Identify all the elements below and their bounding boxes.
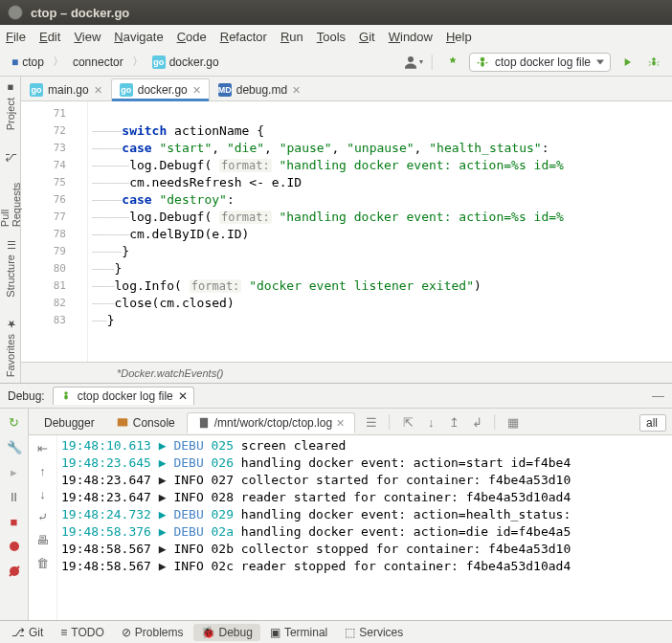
crumb-connector[interactable]: connector: [69, 54, 127, 71]
breakpoints-icon[interactable]: [5, 537, 24, 556]
bottom-git[interactable]: ⎇Git: [4, 624, 51, 641]
pause-icon[interactable]: ⏸: [5, 487, 24, 506]
clear-icon[interactable]: 🗑: [34, 554, 52, 571]
stop-icon[interactable]: ■: [5, 512, 24, 531]
code-line[interactable]: ———log.Info( format: "docker event liste…: [92, 277, 672, 295]
code-line[interactable]: ————case "destroy":: [92, 191, 672, 209]
scroll-up-icon[interactable]: ⇱: [399, 414, 416, 432]
resume-icon[interactable]: ▸: [5, 462, 24, 481]
menu-run[interactable]: Run: [280, 30, 303, 44]
app-icon: [8, 5, 23, 20]
log-line[interactable]: 19:48:23.647 ▶ INFO 027 collector starte…: [61, 472, 668, 489]
settings-icon[interactable]: 🔧: [5, 437, 24, 456]
tab-console[interactable]: Console: [106, 413, 185, 432]
debug-panel: Debug: ctop docker log file ✕ — ↻ 🔧 ▸ ⏸ …: [0, 383, 672, 620]
log-filter[interactable]: all: [639, 414, 666, 432]
code-line[interactable]: ————}: [92, 243, 672, 260]
menu-help[interactable]: Help: [446, 30, 472, 44]
export-icon[interactable]: ↥: [445, 414, 462, 432]
bottom-terminal[interactable]: ▣Terminal: [262, 624, 335, 641]
debug-button[interactable]: [643, 52, 664, 73]
menu-code[interactable]: Code: [177, 30, 207, 44]
log-line[interactable]: 19:48:23.647 ▶ INFO 028 reader started f…: [61, 489, 668, 506]
code-line[interactable]: ———}: [92, 260, 672, 277]
svg-point-5: [652, 57, 656, 61]
rail-favorites[interactable]: Favorites ★: [4, 312, 16, 383]
menu-navigate[interactable]: Navigate: [114, 30, 163, 44]
menu-tools[interactable]: Tools: [317, 30, 346, 44]
chevron-icon: 〉: [129, 54, 146, 70]
hide-panel-icon[interactable]: —: [652, 388, 664, 403]
rerun-icon[interactable]: ↻: [5, 412, 24, 432]
tab-debug-md[interactable]: MDdebug.md✕: [210, 78, 309, 100]
mute-bp-icon[interactable]: [5, 562, 24, 581]
log-line[interactable]: 19:48:23.645 ▶ DEBU 026 handling docker …: [61, 455, 668, 472]
wrap-icon[interactable]: ↲: [468, 414, 485, 432]
menu-view[interactable]: View: [74, 30, 101, 44]
bottom-debug[interactable]: 🐞Debug: [193, 624, 260, 641]
close-icon[interactable]: ✕: [336, 417, 345, 430]
menu-git[interactable]: Git: [359, 30, 375, 44]
rail-project[interactable]: Project ■: [5, 77, 16, 136]
gutter: 71727374757677787980818283: [21, 101, 88, 362]
menubar: FileEditViewNavigateCodeRefactorRunTools…: [0, 25, 672, 48]
line-number: 73: [21, 140, 81, 157]
run-button[interactable]: [616, 52, 638, 73]
code-line[interactable]: ————switch actionName {: [92, 122, 672, 140]
menu-window[interactable]: Window: [389, 30, 433, 44]
crumb-docker-go[interactable]: go docker.go: [148, 54, 223, 71]
code-line[interactable]: —————cm.delByID(e.ID): [92, 226, 672, 243]
code-line[interactable]: ——}: [92, 312, 672, 329]
line-number: 75: [21, 174, 81, 191]
tab-main-go[interactable]: gomain.go✕: [21, 78, 111, 100]
code-area[interactable]: 71727374757677787980818283 ————switch ac…: [21, 101, 672, 362]
code-line[interactable]: [92, 105, 672, 122]
code-line[interactable]: —————cm.needsRefresh <- e.ID: [92, 174, 672, 191]
menu-file[interactable]: File: [6, 30, 26, 44]
debug-session-tab[interactable]: ctop docker log file ✕: [53, 387, 194, 405]
prev-icon[interactable]: ↑: [34, 462, 52, 479]
bottom-problems[interactable]: ⊘Problems: [114, 624, 191, 641]
bottom-services[interactable]: ⬚Services: [337, 624, 411, 641]
scroll-down-icon[interactable]: ↓: [422, 414, 439, 432]
tab-debugger[interactable]: Debugger: [34, 413, 104, 432]
menu-refactor[interactable]: Refactor: [220, 30, 267, 44]
close-icon[interactable]: ✕: [94, 84, 102, 97]
rail-structure[interactable]: Structure ☰: [4, 233, 16, 303]
code-line[interactable]: ———close(cm.closed): [92, 295, 672, 312]
tab-log-file[interactable]: /mnt/work/ctop/ctop.log ✕: [187, 412, 355, 433]
layout-icon[interactable]: ☰: [363, 414, 380, 432]
wrap-icon[interactable]: ⤶: [34, 508, 52, 525]
log-line[interactable]: 19:48:10.613 ▶ DEBU 025 screen cleared: [61, 437, 668, 455]
svg-line-8: [658, 61, 660, 62]
svg-rect-13: [117, 418, 127, 426]
list-icon: ≡: [60, 626, 67, 639]
code[interactable]: ————switch actionName {————case "start",…: [88, 101, 672, 362]
editor-breadcrumb[interactable]: *Docker.watchEvents(): [21, 362, 672, 383]
menu-edit[interactable]: Edit: [39, 30, 60, 44]
grid-icon[interactable]: ▦: [504, 414, 522, 432]
code-line[interactable]: —————log.Debugf( format: "handling docke…: [92, 209, 672, 226]
code-line[interactable]: ————case "start", "die", "pause", "unpau…: [92, 140, 672, 157]
close-icon[interactable]: ✕: [192, 84, 201, 97]
build-icon[interactable]: [442, 52, 463, 73]
close-icon[interactable]: ✕: [178, 389, 188, 403]
log-line[interactable]: 19:48:58.567 ▶ INFO 02b collector stoppe…: [61, 541, 668, 558]
log-line[interactable]: 19:48:24.732 ▶ DEBU 029 handling docker …: [61, 506, 668, 523]
bottom-todo[interactable]: ≡TODO: [53, 624, 111, 641]
rail-pull-requests[interactable]: Pull Requests ⎇: [0, 145, 22, 233]
user-icon[interactable]: ▾: [402, 52, 423, 73]
run-config-selector[interactable]: ctop docker log file: [469, 53, 611, 72]
log-output[interactable]: 19:48:10.613 ▶ DEBU 025 screen cleared19…: [57, 435, 672, 620]
next-icon[interactable]: ↓: [34, 485, 52, 502]
close-icon[interactable]: ✕: [292, 84, 301, 97]
svg-point-11: [64, 391, 68, 395]
crumb-ctop[interactable]: ■ ctop: [8, 54, 48, 71]
code-line[interactable]: —————log.Debugf( format: "handling docke…: [92, 157, 672, 174]
print-icon[interactable]: 🖶: [34, 531, 52, 548]
tab-docker-go[interactable]: godocker.go✕: [111, 78, 210, 100]
log-line[interactable]: 19:48:58.567 ▶ INFO 02c reader stopped f…: [61, 558, 668, 575]
line-number: 77: [21, 209, 81, 226]
log-line[interactable]: 19:48:58.376 ▶ DEBU 02a handling docker …: [61, 523, 668, 541]
first-icon[interactable]: ⇤: [34, 439, 52, 456]
